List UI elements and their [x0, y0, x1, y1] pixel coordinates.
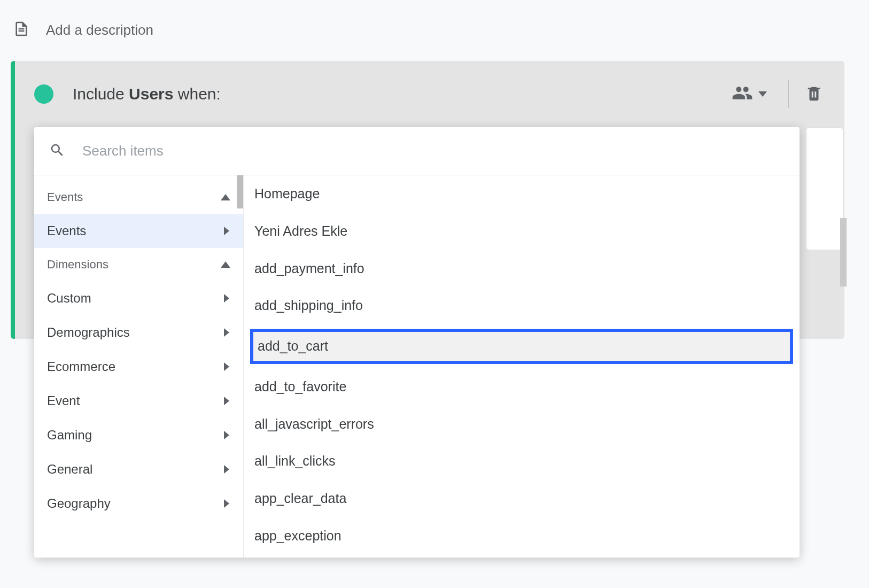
sidebar-item-demographics[interactable]: Demographics — [34, 315, 243, 350]
panel-body: Events Events Dimensions Custom — [34, 175, 800, 558]
chevron-right-icon — [224, 227, 229, 235]
scope-word: Users — [129, 85, 173, 103]
event-item[interactable]: add_shipping_info — [244, 287, 800, 324]
sidebar-item-gaming[interactable]: Gaming — [34, 418, 243, 452]
item-picker-panel: Events Events Dimensions Custom — [34, 127, 800, 558]
include-suffix: when: — [173, 85, 220, 103]
sidebar-item-label: Demographics — [47, 325, 130, 340]
sidebar-item-label: Events — [47, 223, 86, 238]
section-label: Dimensions — [47, 258, 108, 272]
sidebar-item-general[interactable]: General — [34, 452, 243, 486]
chevron-right-icon — [224, 499, 229, 508]
delete-button[interactable] — [805, 84, 823, 104]
event-item[interactable]: app_exception — [244, 517, 800, 555]
events-pane: Homepage Yeni Adres Ekle add_payment_inf… — [244, 175, 800, 558]
chevron-right-icon — [224, 465, 229, 474]
events-list: Homepage Yeni Adres Ekle add_payment_inf… — [244, 175, 800, 558]
chevron-right-icon — [224, 431, 229, 439]
search-bar — [34, 127, 800, 175]
sidebar-item-label: Event — [47, 393, 80, 408]
search-icon — [49, 142, 65, 160]
condition-slot — [806, 127, 843, 250]
event-item[interactable]: app_clear_data — [244, 480, 800, 517]
event-item[interactable]: app_store_refund — [244, 555, 800, 558]
search-input[interactable] — [82, 143, 785, 159]
chevron-right-icon — [224, 362, 229, 371]
chevron-up-icon — [221, 194, 230, 200]
chevron-right-icon — [224, 294, 229, 303]
document-icon — [13, 20, 30, 40]
category-sidebar: Events Events Dimensions Custom — [34, 175, 244, 558]
section-label: Events — [47, 190, 83, 204]
sidebar-item-ecommerce[interactable]: Ecommerce — [34, 350, 243, 384]
include-statement: Include Users when: — [73, 85, 221, 103]
sidebar-item-custom[interactable]: Custom — [34, 281, 243, 315]
description-row[interactable]: Add a description — [11, 11, 858, 61]
chevron-up-icon — [221, 261, 230, 268]
scope-selector[interactable] — [732, 82, 767, 106]
sidebar-item-label: Ecommerce — [47, 359, 115, 374]
event-item[interactable]: all_link_clicks — [244, 443, 800, 480]
section-dimensions[interactable]: Dimensions — [34, 248, 243, 281]
sidebar-item-label: Custom — [47, 291, 91, 306]
event-item-highlighted[interactable]: add_to_cart — [250, 329, 793, 364]
chevron-right-icon — [224, 397, 229, 405]
caret-down-icon — [758, 91, 767, 97]
event-item[interactable]: Homepage — [244, 175, 800, 213]
event-item[interactable]: Yeni Adres Ekle — [244, 213, 800, 250]
include-prefix: Include — [73, 85, 129, 103]
description-placeholder[interactable]: Add a description — [46, 22, 153, 38]
sidebar-item-events[interactable]: Events — [34, 214, 243, 248]
event-item[interactable]: add_to_favorite — [244, 368, 800, 406]
event-item[interactable]: add_payment_info — [244, 250, 800, 288]
section-events[interactable]: Events — [34, 181, 243, 214]
sidebar-item-label: Geography — [47, 496, 111, 511]
sidebar-item-event[interactable]: Event — [34, 384, 243, 418]
condition-header: Include Users when: — [15, 61, 844, 123]
sidebar-item-label: General — [47, 462, 92, 477]
sidebar-item-label: Gaming — [47, 428, 92, 443]
people-icon — [732, 82, 753, 106]
sidebar-item-geography[interactable]: Geography — [34, 486, 243, 521]
event-item[interactable]: all_javascript_errors — [244, 406, 800, 443]
scope-dot — [34, 84, 53, 104]
chevron-right-icon — [224, 328, 229, 337]
divider — [788, 80, 789, 108]
scrollbar-thumb[interactable] — [840, 218, 847, 287]
scrollbar-thumb[interactable] — [237, 175, 243, 208]
